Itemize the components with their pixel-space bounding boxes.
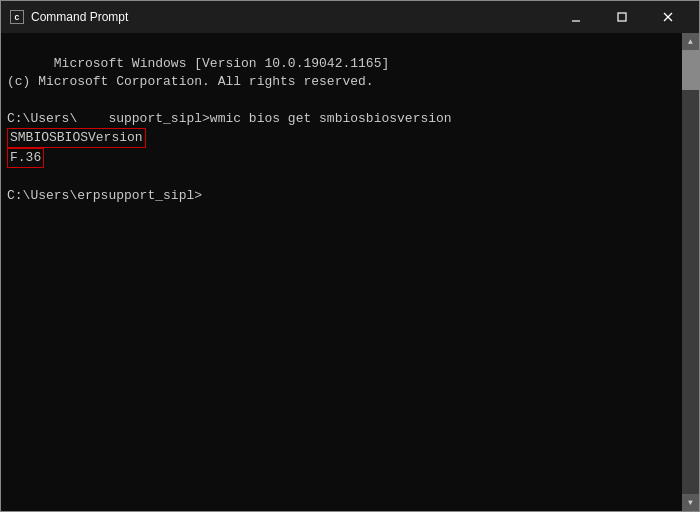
cmd-app-icon: C — [9, 9, 25, 25]
console-area[interactable]: Microsoft Windows [Version 10.0.19042.11… — [1, 33, 699, 511]
svg-rect-1 — [618, 13, 626, 21]
scroll-track[interactable] — [682, 50, 699, 494]
scroll-down-button[interactable]: ▼ — [682, 494, 699, 511]
scroll-thumb[interactable] — [682, 50, 699, 90]
windows-version-line: Microsoft Windows [Version 10.0.19042.11… — [54, 56, 389, 71]
copyright-line: (c) Microsoft Corporation. All rights re… — [7, 74, 374, 89]
console-output: Microsoft Windows [Version 10.0.19042.11… — [7, 37, 693, 223]
window-title: Command Prompt — [31, 10, 128, 24]
bios-version-highlighted: F.36 — [7, 148, 44, 168]
scroll-up-button[interactable]: ▲ — [682, 33, 699, 50]
maximize-icon — [617, 12, 627, 22]
window-controls — [553, 1, 691, 33]
wmic-command-line: C:\Users\ support_sipl>wmic bios get smb… — [7, 111, 452, 126]
minimize-button[interactable] — [553, 1, 599, 33]
minimize-icon — [571, 12, 581, 22]
title-bar-left: C Command Prompt — [9, 9, 128, 25]
close-icon — [663, 12, 673, 22]
smbios-header-highlighted: SMBIOSBIOSVersion — [7, 128, 146, 148]
cmd-window: C Command Prompt — [0, 0, 700, 512]
cmd-icon-graphic: C — [10, 10, 24, 24]
title-bar: C Command Prompt — [1, 1, 699, 33]
close-button[interactable] — [645, 1, 691, 33]
vertical-scrollbar[interactable]: ▲ ▼ — [682, 33, 699, 511]
user-prompt: C:\Users\erpsupport_sipl> — [7, 188, 202, 203]
maximize-button[interactable] — [599, 1, 645, 33]
